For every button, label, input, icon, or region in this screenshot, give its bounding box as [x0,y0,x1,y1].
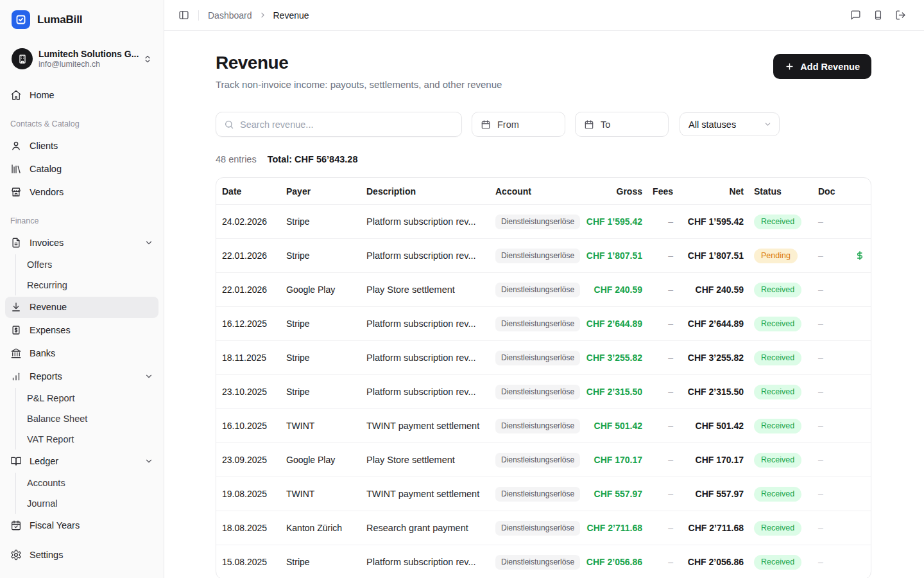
table-row[interactable]: 16.10.2025TWINTTWINT payment settlementD… [216,408,871,442]
status-badge: Received [754,283,801,297]
cell-gross: CHF 2’315.50 [579,387,647,397]
status-badge: Received [754,487,801,502]
sidebar-item-label: Settings [30,550,153,560]
check-square-icon [12,10,30,29]
table-row[interactable]: 22.01.2026StripePlatform subscription re… [216,238,871,272]
table-row[interactable]: 18.08.2025Kanton ZürichResearch grant pa… [216,511,871,545]
cell-net: CHF 557.97 [680,489,749,499]
cell-net: CHF 501.42 [680,421,749,431]
sidebar-item-label: Revenue [30,302,153,312]
org-switcher[interactable]: Lumitech Solutions G... info@lumitech.ch [6,44,157,73]
sidebar-item-clients[interactable]: Clients [5,136,158,157]
store-icon [10,186,22,198]
sidebar-subitem-vat-report[interactable]: VAT Report [16,430,158,450]
account-chip: Dienstleistungserlöse [495,215,580,229]
brand: LumaBill [5,10,158,29]
sidebar-item-banks[interactable]: Banks [5,343,158,364]
sidebar-subitem-balance-sheet[interactable]: Balance Sheet [16,409,158,429]
add-revenue-button[interactable]: Add Revenue [773,54,871,79]
status-badge: Received [754,419,801,434]
filters-bar: From To All statuses [216,112,871,137]
section-label: Contacts & Catalog [10,119,153,128]
sidebar-subitem-accounts[interactable]: Accounts [16,473,158,493]
revenue-table: DatePayerDescriptionAccountGrossFeesNetS… [216,177,871,578]
sidebar-subgroup: P&L ReportBalance SheetVAT Report [15,388,158,450]
sidebar-item-ledger[interactable]: Ledger [5,451,158,472]
breadcrumb-dashboard[interactable]: Dashboard [208,10,252,21]
table-header: DatePayerDescriptionAccountGrossFeesNetS… [216,178,871,204]
cell-gross: CHF 2’644.89 [579,319,647,329]
cell-status: Received [749,555,812,570]
account-chip: Dienstleistungserlöse [495,521,580,536]
mark-received-dollar-button[interactable] [853,249,866,262]
table-row[interactable]: 24.02.2026StripePlatform subscription re… [216,204,871,238]
sidebar-item-expenses[interactable]: Expenses [5,320,158,341]
cell-status: Received [749,487,812,502]
cell-account: Dienstleistungserlöse [490,453,579,468]
sidebar-item-label: Expenses [30,325,153,335]
date-to-button[interactable]: To [575,112,669,137]
sidebar-item-home[interactable]: Home [5,85,158,106]
building-icon [12,48,33,69]
notebook-icon[interactable] [870,7,886,23]
cell-doc: – [812,285,848,295]
table-row[interactable]: 19.08.2025TWINTTWINT payment settlementD… [216,477,871,511]
cell-description: Platform subscription rev... [361,353,490,363]
cell-date: 24.02.2026 [216,216,281,227]
cell-doc: – [812,387,848,397]
table-row[interactable]: 18.11.2025StripePlatform subscription re… [216,340,871,374]
plus-icon [785,62,794,71]
cell-status: Received [749,215,812,229]
cell-net: CHF 2’711.68 [680,523,749,533]
status-filter-select[interactable]: All statuses [680,112,780,136]
column-header-date: Date [216,186,281,197]
table-row[interactable]: 15.08.2025StripePlatform subscription re… [216,545,871,578]
cell-account: Dienstleistungserlöse [490,317,579,331]
table-row[interactable]: 23.10.2025StripePlatform subscription re… [216,374,871,408]
column-header-payer: Payer [281,186,361,197]
cell-payer: Stripe [281,216,361,227]
cell-net: CHF 1’807.51 [680,250,749,261]
sidebar-toggle-icon[interactable] [176,7,192,23]
sidebar-item-vendors[interactable]: Vendors [5,182,158,203]
logout-icon[interactable] [893,7,909,23]
date-from-button[interactable]: From [472,112,565,137]
cell-fees: – [647,421,680,431]
cell-action [848,249,871,262]
sidebar-item-settings[interactable]: Settings [5,545,158,566]
cell-account: Dienstleistungserlöse [490,419,579,434]
sidebar-item-fiscal-years[interactable]: Fiscal Years [5,515,158,536]
column-header-gross: Gross [579,186,647,197]
cell-payer: Stripe [281,557,361,567]
account-chip: Dienstleistungserlöse [495,351,580,365]
sidebar-item-catalog[interactable]: Catalog [5,159,158,180]
sidebar-item-invoices[interactable]: Invoices [5,232,158,254]
cell-payer: Stripe [281,353,361,363]
sidebar-subitem-recurring[interactable]: Recurring [16,276,158,295]
account-chip: Dienstleistungserlöse [495,385,580,399]
sidebar-item-revenue[interactable]: Revenue [5,297,158,318]
cell-payer: Kanton Zürich [281,523,361,533]
main-area: Dashboard Revenue Revenue Track non-invo… [164,0,924,578]
cell-date: 23.09.2025 [216,455,281,465]
sidebar-subitem-offers[interactable]: Offers [16,255,158,275]
search-box [216,112,462,137]
cell-gross: CHF 170.17 [579,455,647,465]
cell-net: CHF 2’644.89 [680,319,749,329]
cell-fees: – [647,285,680,295]
sidebar-item-label: Vendors [30,187,153,197]
table-row[interactable]: 23.09.2025Google PlayPlay Store settleme… [216,442,871,477]
sidebar-item-label: Ledger [30,456,137,466]
page-subtitle: Track non-invoice income: payouts, settl… [216,79,502,90]
cell-description: Play Store settlement [361,285,490,295]
search-input[interactable] [240,119,454,130]
account-chip: Dienstleistungserlöse [495,555,580,570]
sidebar-subitem-journal[interactable]: Journal [16,494,158,514]
chat-icon[interactable] [848,7,864,23]
sidebar-item-reports[interactable]: Reports [5,366,158,387]
cell-payer: Google Play [281,455,361,465]
sidebar-subitem-pl-report[interactable]: P&L Report [16,389,158,408]
table-row[interactable]: 16.12.2025StripePlatform subscription re… [216,306,871,340]
chevron-down-icon [144,457,153,466]
table-row[interactable]: 22.01.2026Google PlayPlay Store settleme… [216,272,871,306]
